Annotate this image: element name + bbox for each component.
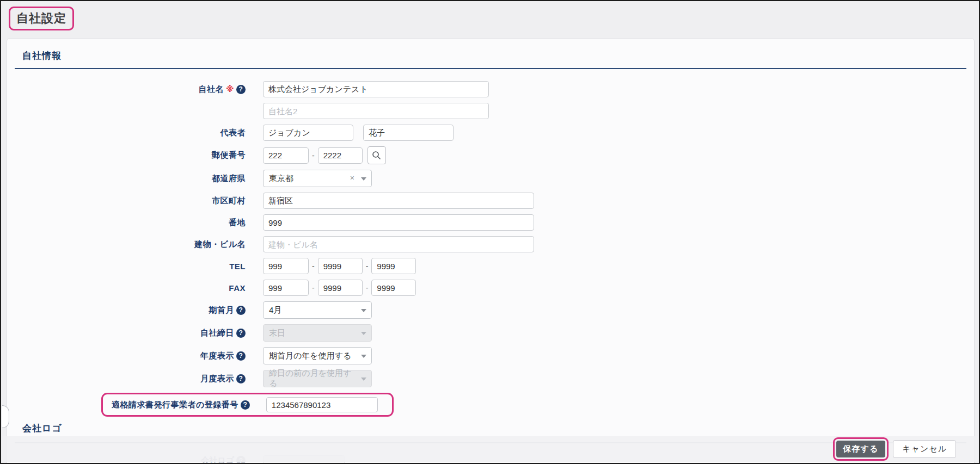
row-company-name2 bbox=[7, 103, 974, 119]
fax-label: FAX bbox=[7, 283, 246, 293]
row-city: 市区町村 bbox=[7, 193, 974, 209]
help-icon[interactable]: ? bbox=[236, 85, 246, 94]
year-display-select[interactable]: 期首月の年を使用する bbox=[263, 347, 372, 364]
row-fiscal-start-month: 期首月? 4月 bbox=[7, 301, 974, 319]
representative-label: 代表者 bbox=[7, 128, 246, 138]
chevron-down-icon bbox=[361, 355, 366, 358]
row-year-display: 年度表示? 期首月の年を使用する bbox=[7, 347, 974, 364]
search-icon bbox=[372, 151, 381, 160]
building-label: 建物・ビル名 bbox=[7, 239, 246, 250]
save-button-highlight-annotation: 保存する bbox=[833, 437, 889, 461]
row-prefecture: 都道府県 東京都 × bbox=[7, 170, 974, 187]
row-invoice-registration-number: 適格請求書発行事業者の登録番号? bbox=[7, 393, 974, 417]
action-footer: 保存する キャンセル bbox=[2, 436, 978, 462]
company-settings-panel: 自社情報 自社名※? 代表者 郵便番号 - bbox=[7, 38, 975, 464]
fax-part2-input[interactable] bbox=[318, 280, 363, 296]
company-closing-day-label: 自社締日? bbox=[7, 328, 246, 338]
drawer-handle[interactable] bbox=[2, 405, 9, 428]
row-representative: 代表者 bbox=[7, 125, 974, 141]
prefecture-label: 都道府県 bbox=[7, 174, 246, 184]
fiscal-start-month-select[interactable]: 4月 bbox=[263, 301, 372, 319]
chevron-down-icon bbox=[361, 332, 366, 335]
invoice-registration-number-input[interactable] bbox=[266, 397, 378, 412]
help-icon[interactable]: ? bbox=[236, 329, 246, 338]
company-name-input[interactable] bbox=[263, 81, 489, 97]
month-display-select: 締日の前の月を使用する bbox=[263, 370, 372, 387]
company-name-label: 自社名※? bbox=[7, 84, 246, 95]
help-icon[interactable]: ? bbox=[241, 400, 250, 410]
tel-part3-input[interactable] bbox=[371, 258, 416, 274]
city-input[interactable] bbox=[263, 193, 534, 209]
save-button[interactable]: 保存する bbox=[836, 441, 886, 457]
help-icon[interactable]: ? bbox=[236, 351, 246, 361]
street-number-label: 番地 bbox=[7, 218, 246, 228]
fax-part1-input[interactable] bbox=[263, 280, 309, 296]
row-building: 建物・ビル名 bbox=[7, 236, 974, 252]
row-fax: FAX - - bbox=[7, 280, 974, 296]
chevron-down-icon bbox=[361, 309, 366, 312]
help-icon[interactable]: ? bbox=[236, 306, 246, 315]
company-closing-day-select: 末日 bbox=[263, 324, 372, 342]
chevron-down-icon bbox=[361, 378, 366, 381]
invoice-registration-number-label: 適格請求書発行事業者の登録番号? bbox=[112, 400, 250, 410]
representative-last-name-input[interactable] bbox=[263, 125, 353, 141]
cancel-button[interactable]: キャンセル bbox=[893, 440, 956, 458]
fax-part3-input[interactable] bbox=[371, 280, 416, 296]
tel-label: TEL bbox=[7, 262, 246, 271]
postal-code-part1-input[interactable] bbox=[263, 147, 309, 164]
city-label: 市区町村 bbox=[7, 196, 246, 206]
row-month-display: 月度表示? 締日の前の月を使用する bbox=[7, 370, 974, 387]
street-number-input[interactable] bbox=[263, 214, 534, 231]
row-company-name: 自社名※? bbox=[7, 81, 974, 97]
title-highlight-annotation: 自社設定 bbox=[9, 7, 74, 30]
fiscal-start-month-label: 期首月? bbox=[7, 305, 246, 315]
chevron-down-icon bbox=[361, 177, 366, 181]
row-company-closing-day: 自社締日? 末日 bbox=[7, 324, 974, 342]
row-street-number: 番地 bbox=[7, 214, 974, 231]
tel-part1-input[interactable] bbox=[263, 258, 309, 274]
postal-code-part2-input[interactable] bbox=[318, 147, 363, 164]
section-divider bbox=[15, 68, 966, 69]
help-icon[interactable]: ? bbox=[236, 374, 246, 383]
representative-first-name-input[interactable] bbox=[363, 125, 454, 141]
section-title-company-info: 自社情報 bbox=[22, 50, 974, 62]
page-title: 自社設定 bbox=[16, 11, 66, 25]
clear-selection-icon[interactable]: × bbox=[350, 174, 354, 182]
postal-code-search-button[interactable] bbox=[367, 146, 386, 164]
required-mark: ※ bbox=[226, 84, 234, 94]
building-input[interactable] bbox=[263, 236, 534, 252]
tel-part2-input[interactable] bbox=[318, 258, 363, 274]
section-title-company-logo: 会社ロゴ bbox=[22, 422, 974, 435]
row-tel: TEL - - bbox=[7, 258, 974, 274]
month-display-label: 月度表示? bbox=[7, 374, 246, 384]
company-name2-input[interactable] bbox=[263, 103, 489, 119]
postal-code-label: 郵便番号 bbox=[7, 150, 246, 160]
year-display-label: 年度表示? bbox=[7, 351, 246, 361]
invoice-number-highlight-annotation: 適格請求書発行事業者の登録番号? bbox=[101, 393, 394, 417]
row-postal-code: 郵便番号 - bbox=[7, 146, 974, 164]
prefecture-select[interactable]: 東京都 × bbox=[263, 170, 372, 187]
